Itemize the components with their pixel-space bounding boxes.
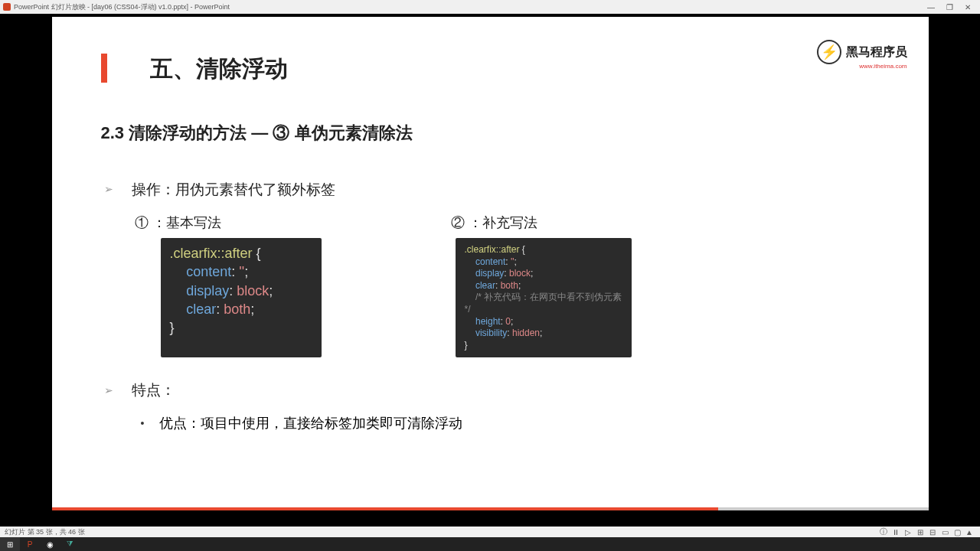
pause-icon[interactable]: ⏸ [890,528,902,536]
slide-content: 五、清除浮动 ⚡ 黑马程序员 www.itheima.com 2.3 清除浮动的… [52,17,929,510]
powerpoint-icon [3,3,11,11]
slide-counter: 幻灯片 第 35 张，共 46 张 [5,527,85,537]
advantage-text: 优点：项目中使用，直接给标签加类即可清除浮动 [159,414,462,432]
info-icon[interactable]: ⓘ [877,527,890,537]
slide-subtitle: 2.3 清除浮动的方法 — ③ 单伪元素清除法 [101,122,880,145]
slide-title: 五、清除浮动 [150,54,880,85]
logo-icon: ⚡ [817,40,841,64]
logo-url: www.itheima.com [859,63,906,70]
progress-bar [52,507,718,510]
taskbar-chrome[interactable]: ◉ [40,537,60,551]
play-icon[interactable]: ▷ [902,528,914,536]
slideshow-area[interactable]: 五、清除浮动 ⚡ 黑马程序员 www.itheima.com 2.3 清除浮动的… [0,14,980,520]
advantage-row: • 优点：项目中使用，直接给标签加类即可清除浮动 [141,414,880,432]
bullet-arrow-icon: ➢ [104,183,113,195]
restore-button[interactable]: ❐ [940,3,959,11]
view-normal-icon[interactable]: ⊞ [914,528,926,536]
status-bar: 幻灯片 第 35 张，共 46 张 ⓘ ⏸ ▷ ⊞ ⊟ ▭ ▢ ▲ [0,527,980,537]
operation-text: 操作：用伪元素替代了额外标签 [132,180,335,200]
windows-taskbar: ⊞ P ◉ ⧩ [0,537,980,551]
title-accent-bar [101,54,107,83]
features-label: 特点： [132,380,175,400]
window-titlebar: PowerPoint 幻灯片放映 - [day06 (CSS04-浮动) v1.… [0,0,980,14]
view-sorter-icon[interactable]: ⊟ [926,528,939,536]
taskbar-vscode[interactable]: ⧩ [60,537,80,551]
start-button[interactable]: ⊞ [0,537,20,551]
taskbar-powerpoint[interactable]: P [20,537,40,551]
expand-icon[interactable]: ▲ [963,528,975,536]
method-labels: ① ：基本写法 ② ：补充写法 [135,214,880,232]
code-block-extended: .clearfix::after { content: ''; display:… [456,238,632,357]
bullet-dot-icon: • [141,417,145,429]
close-button[interactable]: ✕ [959,3,977,11]
operation-row: ➢ 操作：用伪元素替代了额外标签 [104,180,880,200]
method1-label: ① ：基本写法 [135,214,221,232]
method2-label: ② ：补充写法 [451,214,537,232]
logo-name: 黑马程序员 [846,44,907,60]
features-row: ➢ 特点： [104,380,880,400]
brand-logo: ⚡ 黑马程序员 www.itheima.com [817,40,907,64]
bullet-arrow-icon: ➢ [104,384,113,396]
view-reading-icon[interactable]: ▭ [939,528,951,536]
window-title: PowerPoint 幻灯片放映 - [day06 (CSS04-浮动) v1.… [14,2,230,12]
minimize-button[interactable]: — [922,3,940,11]
code-block-basic: .clearfix::after { content: ''; display:… [161,238,322,357]
view-slideshow-icon[interactable]: ▢ [951,528,963,536]
